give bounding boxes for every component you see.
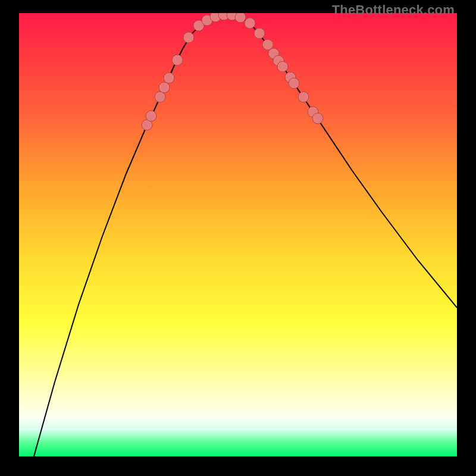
data-bead — [159, 82, 170, 93]
data-bead — [146, 111, 156, 121]
data-bead — [298, 92, 309, 102]
chart-svg — [19, 13, 457, 456]
data-bead — [289, 78, 299, 89]
chart-frame — [19, 13, 457, 456]
data-bead — [254, 28, 265, 39]
data-bead — [277, 61, 288, 72]
data-bead — [155, 92, 165, 102]
watermark-text: TheBottleneck.com — [332, 2, 455, 18]
data-bead — [172, 55, 183, 65]
bottleneck-curve — [34, 15, 457, 456]
data-beads-group — [142, 13, 323, 130]
data-bead — [245, 18, 255, 29]
data-bead — [235, 13, 246, 23]
data-bead — [164, 73, 174, 83]
data-bead — [183, 32, 194, 43]
data-bead — [312, 113, 323, 124]
